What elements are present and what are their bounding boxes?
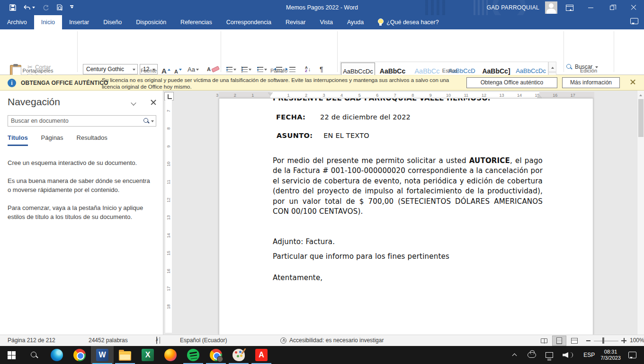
- word-window: Memos Pagos 2022 - Word GAD PARROQUIAL A…: [0, 0, 644, 364]
- action-center-icon[interactable]: [628, 352, 636, 358]
- ribbon-tab[interactable]: Ayuda: [340, 15, 371, 29]
- info-icon: [8, 79, 16, 87]
- scrollbar-thumb[interactable]: [638, 99, 644, 137]
- zoom-slider-track[interactable]: [594, 341, 618, 341]
- license-warning-bar: OBTENGA OFFICE AUTÉNTICO Su licencia no …: [0, 75, 644, 91]
- ribbon-tab[interactable]: Referencias: [173, 15, 219, 29]
- paragraph-group-label: Párrafo: [250, 68, 307, 73]
- attachment-line: Adjunto: Factura.: [273, 237, 335, 246]
- taskbar-paint-icon[interactable]: [227, 346, 250, 364]
- styles-scroll-up[interactable]: [548, 62, 556, 72]
- zoom-in-button[interactable]: [621, 338, 626, 343]
- taskbar-firefox-icon[interactable]: [159, 346, 182, 364]
- feedback-icon[interactable]: [630, 18, 638, 24]
- taskbar-explorer-icon[interactable]: [114, 346, 136, 364]
- proofing-errors-icon[interactable]: [156, 335, 157, 346]
- close-button[interactable]: [623, 0, 644, 15]
- navigation-tab[interactable]: Páginas: [41, 134, 63, 146]
- close-pane-icon[interactable]: [150, 99, 157, 106]
- minimize-button[interactable]: [580, 0, 601, 15]
- zoom-slider-thumb[interactable]: [602, 337, 604, 344]
- numbering-button[interactable]: 123: [242, 64, 251, 74]
- right-indent-marker[interactable]: [537, 92, 542, 98]
- font-group-label: Fuente: [120, 68, 177, 73]
- undo-button[interactable]: [23, 5, 35, 11]
- zoom-level[interactable]: 100%: [630, 335, 644, 346]
- language-switcher[interactable]: ESP: [583, 352, 595, 358]
- change-case-button[interactable]: Aa: [188, 64, 199, 74]
- search-icon: [30, 351, 38, 359]
- taskbar-search-button[interactable]: [23, 346, 45, 364]
- zoom-out-button[interactable]: [586, 340, 590, 341]
- taskbar-spotify-icon[interactable]: [182, 346, 205, 364]
- network-icon[interactable]: [546, 352, 553, 358]
- taskbar-acrobat-icon[interactable]: A: [250, 346, 273, 364]
- ribbon-display-options-icon[interactable]: [566, 5, 573, 11]
- search-icon[interactable]: [143, 118, 149, 124]
- ribbon-tab[interactable]: Archivo: [0, 15, 34, 29]
- taskbar-edge-icon[interactable]: [45, 346, 68, 364]
- read-mode-button[interactable]: [537, 336, 551, 346]
- document-search-box[interactable]: [8, 115, 156, 127]
- styles-group-label: Estilos: [421, 68, 478, 73]
- editing-group-label: Edición: [560, 68, 617, 73]
- main-area: Navegación TítulosPáginasResultados Cree…: [0, 91, 644, 335]
- print-layout-button[interactable]: [552, 336, 566, 346]
- license-warning-title: OBTENGA OFFICE AUTÉNTICO: [21, 80, 108, 86]
- ribbon-tab[interactable]: Disposición: [129, 15, 173, 29]
- show-paragraph-marks-button[interactable]: ¶: [320, 64, 323, 74]
- onedrive-icon[interactable]: [528, 352, 536, 358]
- taskbar-word-icon[interactable]: W: [91, 346, 114, 364]
- avatar[interactable]: [545, 1, 557, 14]
- get-genuine-office-button[interactable]: Obtenga Office auténtico: [466, 77, 557, 88]
- ribbon-tab[interactable]: Correspondencia: [219, 15, 278, 29]
- customize-qat-button[interactable]: [70, 5, 73, 9]
- chevron-down-icon[interactable]: [151, 120, 154, 124]
- tray-expand-icon[interactable]: [512, 354, 517, 357]
- clock[interactable]: 08:317/3/2023: [600, 349, 621, 361]
- clear-formatting-button[interactable]: A: [207, 64, 219, 74]
- language-indicator[interactable]: Español (Ecuador): [180, 335, 227, 346]
- first-line-indent-marker[interactable]: [268, 92, 273, 98]
- ribbon-tab[interactable]: Diseño: [96, 15, 129, 29]
- signoff-line: Atentamente,: [273, 273, 322, 282]
- date-field: FECHA: 22 de diciembre del 2022: [276, 113, 411, 121]
- taskbar-excel-icon[interactable]: X: [136, 346, 159, 364]
- help-paragraph: Cree un esquema interactivo de su docume…: [8, 158, 154, 167]
- account-name[interactable]: GAD PARROQUIAL: [487, 4, 539, 11]
- volume-icon[interactable]: [563, 352, 568, 358]
- vertical-scrollbar[interactable]: [637, 91, 644, 335]
- navigation-tab[interactable]: Resultados: [77, 134, 107, 146]
- horizontal-ruler[interactable]: 3211234567891011121314151617: [171, 92, 594, 99]
- save-icon[interactable]: [9, 4, 16, 11]
- ribbon-tab[interactable]: Insertar: [62, 15, 96, 29]
- quick-access-toolbar: [9, 0, 73, 15]
- word-count[interactable]: 24452 palabras: [89, 335, 128, 346]
- more-info-button[interactable]: Más información: [562, 77, 620, 88]
- chevron-down-icon[interactable]: [132, 101, 136, 105]
- close-warning-icon[interactable]: [630, 79, 636, 85]
- ribbon-tab[interactable]: Vista: [313, 15, 340, 29]
- print-preview-button[interactable]: [56, 4, 63, 11]
- search-input[interactable]: [8, 118, 143, 124]
- tell-me-label: ¿Qué desea hacer?: [386, 19, 439, 26]
- start-button[interactable]: [0, 346, 23, 364]
- bullets-button[interactable]: [226, 64, 236, 74]
- title-bar: Memos Pagos 2022 - Word GAD PARROQUIAL: [0, 0, 644, 15]
- ribbon-tab[interactable]: Inicio: [34, 15, 62, 29]
- navigation-pane: Navegación TítulosPáginasResultados Cree…: [0, 91, 163, 335]
- accessibility-status[interactable]: Accesibilidad: es necesario investigar: [280, 335, 384, 346]
- navigation-tab[interactable]: Títulos: [8, 134, 28, 146]
- clipped-heading: PRESIDENTE DEL GAD PARROQUIAL VALLE HERM…: [273, 98, 491, 102]
- ribbon-tab[interactable]: Revisar: [278, 15, 313, 29]
- taskbar-chrome-icon[interactable]: [68, 346, 91, 364]
- document-page[interactable]: PRESIDENTE DEL GAD PARROQUIAL VALLE HERM…: [219, 98, 593, 335]
- vertical-ruler[interactable]: 789101112131415161718: [165, 100, 172, 333]
- taskbar-chrome-profile-icon[interactable]: [205, 346, 227, 364]
- restore-button[interactable]: [601, 0, 623, 15]
- web-layout-button[interactable]: [567, 336, 581, 346]
- ribbon: Pegar ✂ Cortar Copiar Copiar formato Por…: [0, 29, 644, 75]
- page-indicator[interactable]: Página 212 de 212: [8, 335, 55, 346]
- tell-me-box[interactable]: ¿Qué desea hacer?: [377, 15, 439, 29]
- scroll-up-icon[interactable]: [639, 93, 642, 96]
